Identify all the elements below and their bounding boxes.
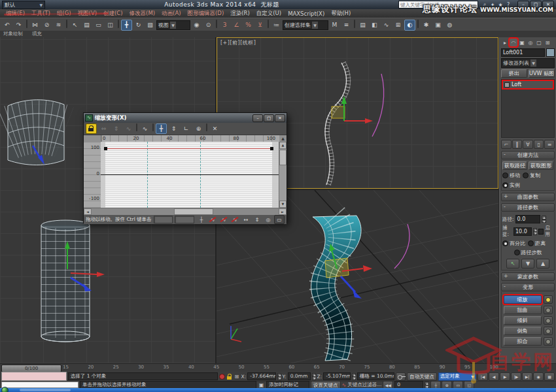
percent-snap-toggle-icon[interactable]: %	[243, 20, 254, 31]
display-xy-axes-icon[interactable]: ∿	[123, 123, 134, 134]
select-and-manipulate-icon[interactable]: ⊙	[203, 20, 214, 31]
configure-modifier-sets-icon[interactable]: ≡	[544, 140, 555, 149]
zoom-vertical-extents-icon[interactable]: ∿	[230, 215, 240, 224]
select-and-link-icon[interactable]: ⋈	[29, 20, 41, 31]
dialog-minimize-button[interactable]: –	[252, 114, 263, 122]
selection-set-dropdown[interactable]: 选定对象▼	[438, 372, 476, 381]
workspace-selector[interactable]: 默认 ▼	[2, 1, 45, 9]
y-coordinate-field[interactable]: 0.0mm	[288, 372, 311, 380]
graphite-ribbon-icon[interactable]: ◧	[369, 20, 380, 31]
angle-snap-toggle-icon[interactable]: ∠	[231, 20, 242, 31]
path-value-field[interactable]: 0.0	[515, 215, 540, 223]
make-symmetrical-icon[interactable]	[86, 123, 97, 134]
named-selection-sets-dropdown[interactable]: 创建选择集▼	[283, 20, 328, 30]
maximize-button[interactable]: ▢	[530, 1, 542, 9]
zoom-region-icon[interactable]: ▭	[274, 215, 285, 224]
deformation-button[interactable]: 倒角	[504, 327, 542, 335]
snaps-toggle-icon[interactable]: 3	[219, 20, 230, 31]
spinner[interactable]	[277, 373, 281, 380]
menu-item[interactable]: 动画(A)	[158, 10, 184, 18]
creation-radio[interactable]: 移动	[502, 172, 520, 179]
rollout-header[interactable]: - 路径参数	[501, 203, 555, 212]
taskbar-app-button[interactable]	[20, 389, 71, 391]
schematic-view-icon[interactable]: ⊞	[392, 20, 404, 31]
control-point[interactable]	[270, 147, 273, 150]
deformation-button[interactable]: 缩放	[504, 295, 542, 304]
menu-item[interactable]: 视图(V)	[75, 10, 100, 18]
coordinate-readout-field[interactable]	[175, 216, 194, 223]
dialog-tool-icon[interactable]	[206, 123, 207, 131]
render-setup-icon[interactable]: ✱	[421, 20, 432, 31]
remove-modifier-icon[interactable]: ▯	[534, 140, 544, 149]
hierarchy-tab[interactable]: ▣	[518, 39, 526, 46]
layer-manager-icon[interactable]: ▤	[357, 20, 368, 31]
edit-named-selection-sets-icon[interactable]: ≔	[271, 20, 282, 31]
maxscript-mini-listener-white[interactable]	[1, 382, 78, 388]
menu-item[interactable]: 工具(T)	[28, 10, 54, 18]
set-keys-button[interactable]	[396, 372, 406, 381]
play-animation-button[interactable]: ▶	[500, 372, 510, 381]
menu-item[interactable]: 修改器(M)	[126, 10, 158, 18]
display-y-axis-icon[interactable]: ⇕	[111, 123, 122, 134]
previous-frame-button[interactable]: ◀	[489, 372, 499, 381]
menu-item[interactable]: MAXScript(X)	[285, 10, 328, 17]
spinner[interactable]	[352, 373, 356, 380]
toolbar-icon[interactable]	[417, 20, 419, 28]
dialog-tool-icon[interactable]	[136, 123, 137, 131]
menu-item[interactable]: 编辑(E)	[3, 10, 28, 18]
get-path-button[interactable]: 获取路径	[502, 161, 527, 170]
menu-item[interactable]: 自定义(U)	[253, 10, 285, 18]
snap-value-field[interactable]: 10.0	[513, 227, 532, 236]
spinner[interactable]	[312, 373, 316, 380]
toolbar-icon[interactable]	[118, 20, 119, 28]
infocenter-search[interactable]	[398, 1, 478, 8]
deformation-button[interactable]: 拟合	[504, 337, 542, 346]
creation-radio[interactable]: 实例	[502, 182, 520, 189]
menu-item[interactable]: 渲染(R)	[227, 10, 253, 18]
mirror-icon[interactable]: M	[329, 20, 340, 31]
bulb-toggle-icon[interactable]	[544, 337, 553, 346]
curve-editor-icon[interactable]: ∿	[381, 20, 392, 31]
bulb-toggle-icon[interactable]	[544, 316, 553, 325]
select-and-rotate-icon[interactable]: ↻	[133, 20, 144, 31]
pick-shape-icon[interactable]: ↖	[506, 259, 519, 269]
rollout-header[interactable]: - 创建方法	[501, 151, 555, 159]
previous-shape-icon[interactable]: ▼	[521, 259, 534, 269]
search-icon[interactable]: ⌕	[481, 1, 489, 8]
distance-radio[interactable]: 距离	[528, 240, 546, 247]
object-name-field[interactable]: Loft001	[501, 48, 545, 57]
minimize-button[interactable]: –	[517, 1, 529, 9]
x-coordinate-field[interactable]: -37.664mm	[247, 372, 275, 380]
key-mode-toggle[interactable]: ◉	[533, 372, 544, 381]
favorites-icon[interactable]: ★	[496, 1, 504, 8]
vertical-scrollbar[interactable]: ▲▼	[279, 142, 287, 208]
material-editor-icon[interactable]: ◐	[404, 20, 415, 31]
pin-stack-icon[interactable]: ⌐	[501, 140, 512, 149]
dialog-tool-icon[interactable]	[152, 123, 154, 131]
timeline-ruler[interactable]: 1520253035404550556065707580859095100	[63, 365, 498, 370]
menu-item[interactable]: 组(G)	[54, 10, 75, 18]
motion-tab[interactable]: ◎	[527, 39, 534, 46]
swap-deform-curves-icon[interactable]: ∿	[139, 123, 150, 134]
select-by-name-icon[interactable]: ▤	[81, 20, 92, 31]
go-to-end-button[interactable]: ▶|	[522, 372, 532, 381]
utilities-tab[interactable]: ⊞	[544, 39, 551, 46]
select-and-move-icon[interactable]: ╋	[121, 20, 132, 31]
insert-corner-point-icon[interactable]: ∟	[181, 123, 192, 134]
zoom-horizontally-icon[interactable]: ↔	[241, 215, 251, 224]
align-icon[interactable]: ≡	[341, 20, 352, 31]
zoom-horizontal-extents-icon[interactable]: ∿	[218, 215, 229, 224]
toolbar-icon[interactable]	[66, 20, 67, 28]
delete-control-point-icon[interactable]: ✕	[209, 123, 220, 134]
windows-taskbar[interactable]	[0, 388, 556, 392]
dialog-maximize-button[interactable]: ▢	[264, 114, 274, 122]
selection-lock-icon[interactable]	[226, 373, 232, 380]
close-button[interactable]: ✕	[542, 1, 554, 9]
go-to-start-button[interactable]: |◀	[478, 372, 488, 381]
make-unique-icon[interactable]: ∀	[523, 140, 533, 149]
undo-icon[interactable]: ↶	[1, 20, 12, 31]
dialog-close-button[interactable]: ✕	[275, 114, 285, 122]
dialog-title-bar[interactable]: ∿ 缩放变形(X) –▢✕	[84, 113, 287, 123]
control-point[interactable]	[104, 147, 107, 150]
bulb-toggle-icon[interactable]	[544, 306, 553, 314]
